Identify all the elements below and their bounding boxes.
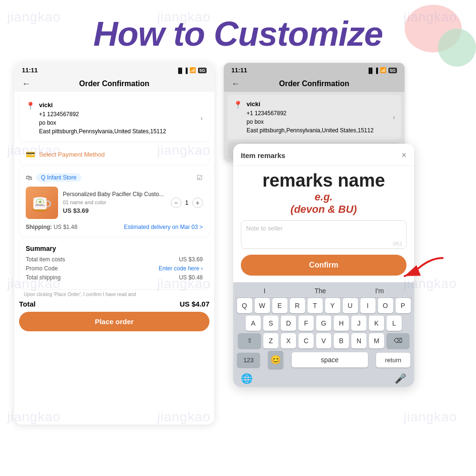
key-z[interactable]: Z <box>263 333 278 348</box>
store-product-section: 🛍 Q Infant Store ☑ Moana <box>19 168 209 236</box>
return-key[interactable]: return <box>376 353 410 367</box>
address-section[interactable]: 📍 vicki +1 1234567892 po box East pittsb… <box>19 95 209 141</box>
payment-icon: 💳 <box>26 150 35 159</box>
key-t[interactable]: T <box>307 298 323 313</box>
note-placeholder: Note to seller <box>246 225 283 232</box>
key-m[interactable]: M <box>369 333 384 348</box>
key-e[interactable]: E <box>272 298 288 313</box>
shift-key[interactable]: ⇧ <box>238 333 261 348</box>
key-s[interactable]: S <box>263 316 278 331</box>
promo-value[interactable]: Enter code here › <box>159 265 203 272</box>
modal-title: Item remarks <box>241 151 285 159</box>
shipping-summary-value: US $0.48 <box>179 274 203 281</box>
location-icon: 📍 <box>26 101 35 110</box>
key-g[interactable]: G <box>316 316 331 331</box>
shipping-estimated: Estimated delivery on Mar 03 > <box>124 224 203 230</box>
total-value: US $4.07 <box>179 300 209 308</box>
keyboard-extra-row: 🌐 🎤 <box>235 371 412 385</box>
decorative-blob <box>438 29 476 67</box>
signal-icon: ▐▌▐ <box>177 68 188 73</box>
store-row: 🛍 Q Infant Store ☑ <box>26 173 203 182</box>
product-name: Personalized Baby Pacifier Clip Custo... <box>63 191 166 198</box>
right-back-button[interactable]: ← <box>231 79 240 89</box>
items-label: Total item costs <box>26 256 65 263</box>
key-y[interactable]: Y <box>325 298 340 313</box>
remarks-modal: Item remarks × remarks name e.g. (devon … <box>233 144 414 387</box>
shipping-row: Shipping: US $1.48 Estimated delivery on… <box>26 224 203 230</box>
key-l[interactable]: L <box>387 316 402 331</box>
key-i[interactable]: I <box>360 298 376 313</box>
key-x[interactable]: X <box>281 333 296 348</box>
key-h[interactable]: H <box>334 316 349 331</box>
shipping-label: Shipping: <box>26 224 52 230</box>
example-prefix: e.g. <box>315 191 333 203</box>
status-icons: ▐▌▐ 📶 5G <box>177 67 207 73</box>
right-status-icons: ▐▌▐ 📶 5G <box>367 67 397 73</box>
keyboard: I The I'm Q W E R T Y U I O P <box>233 282 414 387</box>
char-count: 0/51 <box>393 241 402 247</box>
right-wifi-icon: 📶 <box>380 67 387 73</box>
key-o[interactable]: O <box>378 298 393 313</box>
numbers-key[interactable]: 123 <box>237 353 260 367</box>
quantity-display: 1 <box>185 199 188 206</box>
right-po-box: po box <box>247 118 389 126</box>
key-q[interactable]: Q <box>237 298 252 313</box>
key-b[interactable]: B <box>334 333 349 348</box>
suggestion-the[interactable]: The <box>315 287 326 295</box>
key-j[interactable]: J <box>351 316 367 331</box>
city-address: East pittsburgh,Pennsylvania,United Stat… <box>39 127 197 136</box>
key-f[interactable]: F <box>298 316 314 331</box>
close-button[interactable]: × <box>401 150 407 160</box>
decrease-qty-button[interactable]: − <box>171 198 181 208</box>
confirm-button[interactable]: Confirm <box>241 255 407 276</box>
key-k[interactable]: K <box>369 316 384 331</box>
edit-icon[interactable]: ☑ <box>197 174 203 181</box>
key-c[interactable]: C <box>298 333 314 348</box>
shipping-summary-label: Total shipping <box>26 274 60 281</box>
place-order-button[interactable]: Place order <box>19 312 209 331</box>
right-nav-bar: ← Order Confirmation <box>224 76 405 92</box>
payment-section[interactable]: 💳 Select Payment Method <box>19 144 209 165</box>
right-5g-badge: 5G <box>388 68 397 73</box>
total-label: Total <box>19 300 36 308</box>
key-p[interactable]: P <box>396 298 411 313</box>
summary-section: Summary Total item costs US $3.69 Promo … <box>19 239 209 289</box>
shipping-price: US $1.48 <box>54 224 78 230</box>
product-price: US $3.69 <box>63 207 166 214</box>
payment-label: Select Payment Method <box>39 151 105 158</box>
keyboard-row-2: A S D F G H J K L <box>235 316 412 331</box>
key-a[interactable]: A <box>246 316 261 331</box>
key-u[interactable]: U <box>343 298 358 313</box>
remarks-example: e.g. (devon & BU) <box>233 191 414 220</box>
mic-icon[interactable]: 🎤 <box>395 373 407 384</box>
right-status-bar: 11:11 ▐▌▐ 📶 5G <box>224 63 405 76</box>
globe-icon[interactable]: 🌐 <box>241 373 253 384</box>
quantity-control[interactable]: − 1 + <box>171 198 203 208</box>
modal-header: Item remarks × <box>233 144 414 166</box>
space-key[interactable]: space <box>292 352 368 367</box>
back-button[interactable]: ← <box>22 79 30 89</box>
fine-print: Upon clicking 'Place Order', I confirm I… <box>24 292 205 297</box>
right-time: 11:11 <box>231 67 247 74</box>
backspace-key[interactable]: ⌫ <box>387 333 409 348</box>
right-city: East pittsburgh,Pennsylvania,United Stat… <box>247 126 389 135</box>
key-v[interactable]: V <box>316 333 331 348</box>
increase-qty-button[interactable]: + <box>192 198 203 208</box>
suggestion-im[interactable]: I'm <box>375 287 384 295</box>
key-w[interactable]: W <box>255 298 270 313</box>
svg-text:Moana: Moana <box>35 203 45 207</box>
right-location-icon: 📍 <box>233 100 243 109</box>
emoji-key[interactable]: 😊 <box>268 351 283 369</box>
right-address-section: 📍 vicki +1 1234567892 po box East pittsb… <box>228 95 401 139</box>
suggestion-i[interactable]: I <box>264 287 266 295</box>
wifi-icon: 📶 <box>189 67 196 73</box>
key-r[interactable]: R <box>290 298 305 313</box>
summary-row-shipping: Total shipping US $0.48 <box>26 274 203 281</box>
key-suggestions-row: I The I'm <box>235 285 412 298</box>
remarks-name-label: remarks name <box>233 166 414 191</box>
recipient-name: vicki <box>39 100 197 110</box>
key-n[interactable]: N <box>351 333 367 348</box>
summary-row-promo[interactable]: Promo Code Enter code here › <box>26 265 203 272</box>
key-d[interactable]: D <box>281 316 296 331</box>
summary-title: Summary <box>26 245 203 252</box>
